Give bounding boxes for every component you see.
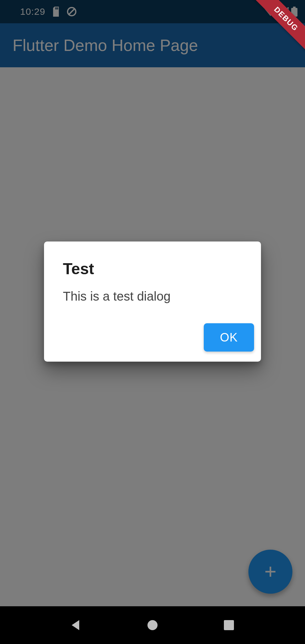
svg-point-9 xyxy=(147,620,158,630)
triangle-back-icon xyxy=(70,619,82,631)
device-frame: 10:29 Flutte xyxy=(0,0,305,644)
nav-recent-button[interactable] xyxy=(219,616,238,635)
dialog-content: This is a test dialog xyxy=(44,287,261,323)
alert-dialog: Test This is a test dialog OK xyxy=(44,242,261,362)
app-screen: 10:29 Flutte xyxy=(0,0,305,606)
square-recent-icon xyxy=(223,619,235,631)
dialog-actions: OK xyxy=(44,323,261,355)
android-nav-bar xyxy=(0,606,305,644)
nav-home-button[interactable] xyxy=(143,616,162,635)
ok-button[interactable]: OK xyxy=(204,323,254,352)
modal-scrim[interactable]: Test This is a test dialog OK xyxy=(0,0,305,606)
svg-rect-10 xyxy=(224,620,234,630)
circle-home-icon xyxy=(146,619,159,631)
dialog-title: Test xyxy=(44,254,261,287)
nav-back-button[interactable] xyxy=(67,616,86,635)
